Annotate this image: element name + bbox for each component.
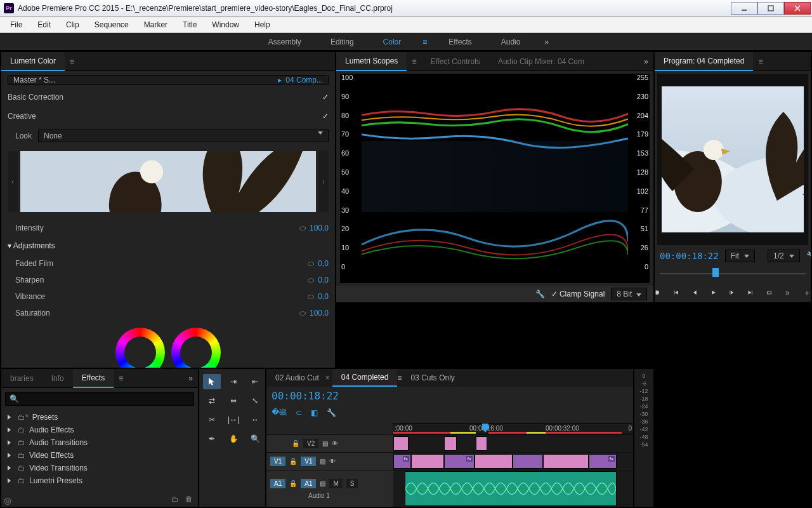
lumetri-scope-selector[interactable]: Master * S... ▸ 04 Comp... xyxy=(8,75,329,85)
menu-window[interactable]: Window xyxy=(204,18,247,32)
creative-cloud-icon[interactable]: ◎ xyxy=(4,495,11,505)
menu-marker[interactable]: Marker xyxy=(136,18,175,32)
lock-icon[interactable]: 🔓 xyxy=(289,458,297,465)
ripple-edit-tool[interactable]: ⇄ xyxy=(203,393,221,408)
workspace-menu-icon[interactable]: ≡ xyxy=(419,37,431,46)
clip-v1-1[interactable]: fx xyxy=(393,454,411,469)
tree-item-audio-effects[interactable]: 🗀Audio Effects xyxy=(4,424,195,436)
highlight-tint-wheel[interactable] xyxy=(171,328,221,368)
mark-in-button[interactable] xyxy=(655,288,660,298)
lock-icon[interactable]: 🔓 xyxy=(289,480,297,487)
rate-stretch-tool[interactable]: ⤡ xyxy=(246,393,264,408)
slip-tool[interactable]: |↔| xyxy=(225,412,242,427)
step-back-button[interactable] xyxy=(692,288,698,298)
effects-search-input[interactable]: 🔍 xyxy=(5,392,194,406)
look-select[interactable]: None xyxy=(38,130,329,142)
v1-source-patch[interactable]: V1 xyxy=(270,457,285,466)
timeline-ruler[interactable]: :00:00 00:00:16:00 00:00:32:00 0 xyxy=(393,423,633,434)
program-fit-select[interactable]: Fit xyxy=(725,250,755,262)
slide-tool[interactable]: ↔ xyxy=(246,412,264,427)
eye-icon[interactable]: 👁 xyxy=(332,440,338,447)
sequence-tab-02[interactable]: 02 Audio Cut xyxy=(266,370,328,386)
play-button[interactable] xyxy=(710,288,716,298)
transport-overflow-icon[interactable]: » xyxy=(785,288,790,298)
marker-icon[interactable]: ◧ xyxy=(311,408,318,417)
goto-in-button[interactable] xyxy=(673,288,679,298)
lift-button[interactable] xyxy=(766,288,772,298)
clip-v1-5[interactable] xyxy=(513,454,543,469)
v2-target[interactable]: V2 xyxy=(303,439,318,448)
clip-v1-2[interactable] xyxy=(411,454,444,469)
saturation-value[interactable]: 100,0 xyxy=(310,309,329,318)
creative-section[interactable]: Creative✓ xyxy=(8,109,329,123)
tree-item-audio-transitions[interactable]: 🗀Audio Transitions xyxy=(4,436,195,449)
snap-icon[interactable]: �磁 xyxy=(272,407,287,418)
look-next-button[interactable]: › xyxy=(318,151,329,212)
a1-source-patch[interactable]: A1 xyxy=(270,479,285,488)
workspace-effects[interactable]: Effects xyxy=(437,35,483,49)
sequence-close-02[interactable]: × xyxy=(323,373,332,382)
sync-lock-icon[interactable]: ▤ xyxy=(320,480,325,487)
program-zoom-select[interactable]: 1/2 xyxy=(768,250,800,262)
basic-correction-checkbox[interactable]: ✓ xyxy=(322,93,329,102)
sync-lock-icon[interactable]: ▤ xyxy=(320,458,325,465)
clip-v1-3[interactable]: fx xyxy=(444,454,475,469)
program-scrubber[interactable] xyxy=(660,267,806,281)
pen-tool[interactable]: ✒ xyxy=(203,431,221,446)
look-prev-button[interactable]: ‹ xyxy=(8,151,18,212)
clip-v2-1[interactable] xyxy=(393,436,409,451)
goto-out-button[interactable] xyxy=(747,288,753,298)
shadow-tint-wheel[interactable] xyxy=(115,328,165,368)
sharpen-value[interactable]: 0,0 xyxy=(318,276,329,284)
bitdepth-select[interactable]: 8 Bit xyxy=(611,288,647,300)
workspace-assembly[interactable]: Assembly xyxy=(257,35,313,49)
timeline-timecode[interactable]: 00:00:18:22 xyxy=(272,390,339,402)
sync-lock-icon[interactable]: ▤ xyxy=(322,440,328,447)
program-viewport[interactable]: © Richard Harrington LLC xyxy=(657,74,808,245)
clip-v1-7[interactable]: fx xyxy=(589,454,617,469)
menu-sequence[interactable]: Sequence xyxy=(87,18,136,32)
window-close-button[interactable] xyxy=(784,2,811,15)
tree-item-video-transitions[interactable]: 🗀Video Transitions xyxy=(4,462,195,474)
razor-tool[interactable]: ✂ xyxy=(203,412,221,427)
intensity-value[interactable]: 100,0 xyxy=(310,224,329,232)
scopes-panel-menu-icon[interactable]: ≡ xyxy=(407,57,421,66)
track-select-forward-tool[interactable]: ⇥ xyxy=(225,374,242,389)
settings-icon[interactable]: 🔧 xyxy=(327,408,336,417)
menu-clip[interactable]: Clip xyxy=(58,18,87,32)
clip-v2-3[interactable] xyxy=(476,436,487,451)
zoom-tool[interactable]: 🔍 xyxy=(246,431,264,446)
tab-lumetri-scopes[interactable]: Lumetri Scopes xyxy=(336,52,407,71)
eye-icon[interactable]: 👁 xyxy=(329,458,336,465)
tab-libraries[interactable]: braries xyxy=(1,370,43,387)
basic-correction-section[interactable]: Basic Correction✓ xyxy=(8,90,329,104)
step-forward-button[interactable] xyxy=(729,288,735,298)
menu-edit[interactable]: Edit xyxy=(30,18,58,32)
tab-audio-clip-mixer[interactable]: Audio Clip Mixer: 04 Com xyxy=(489,53,593,70)
tab-program[interactable]: Program: 04 Completed xyxy=(655,52,753,71)
tab-effect-controls[interactable]: Effect Controls xyxy=(421,53,488,70)
scopes-overflow-icon[interactable]: » xyxy=(639,57,653,66)
workspace-color[interactable]: Color xyxy=(372,35,413,49)
effects-panel-menu-icon[interactable]: ≡ xyxy=(114,374,128,383)
program-settings-icon[interactable]: 🔧 xyxy=(806,251,811,260)
hand-tool[interactable]: ✋ xyxy=(225,431,242,446)
menu-file[interactable]: File xyxy=(3,18,30,32)
tree-item-video-effects[interactable]: 🗀Video Effects xyxy=(4,449,195,462)
tab-lumetri-color[interactable]: Lumetri Color xyxy=(1,52,65,71)
workspace-overflow[interactable]: » xyxy=(538,37,555,46)
clamp-signal-checkbox[interactable]: ✓ Clamp Signal xyxy=(551,290,605,298)
reset-icon[interactable]: ⬭ xyxy=(308,292,314,301)
reset-icon[interactable]: ⬭ xyxy=(299,309,306,318)
a1-target[interactable]: A1 xyxy=(301,479,316,488)
effects-overflow-icon[interactable]: » xyxy=(183,374,198,383)
wrench-icon[interactable]: 🔧 xyxy=(535,290,545,298)
faded-film-value[interactable]: 0,0 xyxy=(318,259,329,268)
mute-button[interactable]: M xyxy=(329,479,342,488)
lock-icon[interactable]: 🔓 xyxy=(292,440,299,447)
timeline-panel-menu-icon[interactable]: ≡ xyxy=(397,373,402,382)
linked-selection-icon[interactable]: ⊂ xyxy=(296,408,302,417)
workspace-editing[interactable]: Editing xyxy=(319,35,365,49)
selection-tool[interactable] xyxy=(203,374,221,389)
program-panel-menu-icon[interactable]: ≡ xyxy=(753,57,768,66)
